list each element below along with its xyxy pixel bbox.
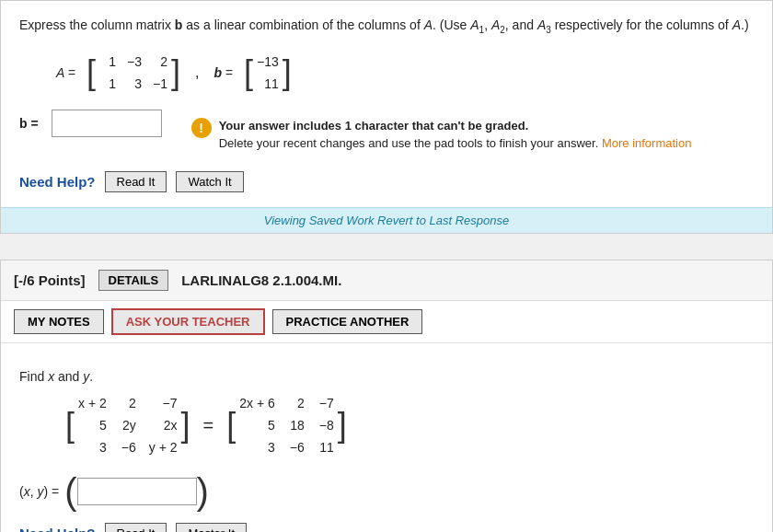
problem1-instruction: Express the column matrix b as a linear …	[19, 16, 754, 37]
matrix-b-label: b =	[213, 65, 233, 80]
more-info-link[interactable]: More information	[602, 136, 692, 150]
matrix-ab-row: A = [ 1 −3 2 1 3 −1 ] , b = [ −13	[56, 50, 754, 97]
ask-teacher-button[interactable]: ASK YOUR TEACHER	[111, 308, 265, 335]
details-button[interactable]: DETAILS	[98, 270, 169, 291]
matrix-a-grid: 1 −3 2 1 3 −1	[96, 50, 171, 97]
warning-icon: !	[191, 118, 212, 138]
right-matrix: [ 2x + 6 2 −7 5 18 −8 3 −6 11 ]	[226, 391, 347, 460]
xy-answer-row: (x, y) = ( )	[19, 473, 754, 510]
need-help-row-2: Need Help? Read It Master It	[19, 523, 754, 532]
watch-it-button[interactable]: Watch It	[176, 171, 243, 192]
problem1-section: Express the column matrix b as a linear …	[0, 0, 773, 234]
my-notes-button[interactable]: MY NOTES	[14, 309, 104, 334]
need-help-label: Need Help?	[19, 174, 96, 190]
left-matrix-grid: x + 2 2 −7 5 2y 2x 3 −6 y + 2	[75, 391, 181, 460]
section-header: [-/6 Points] DETAILS LARLINALG8 2.1.004.…	[1, 260, 772, 301]
problem1-area: Express the column matrix b as a linear …	[1, 1, 772, 207]
need-help-label-2: Need Help?	[19, 526, 96, 532]
problem-id: LARLINALG8 2.1.004.MI.	[181, 272, 341, 288]
problem2-area: Find x and y. [ x + 2 2 −7 5 2y 2x 3 −6 …	[1, 343, 772, 532]
matrix-a: [ 1 −3 2 1 3 −1 ]	[87, 50, 180, 97]
master-it-button[interactable]: Master It	[176, 523, 247, 532]
paren-wrap: ( )	[64, 473, 209, 510]
matrix-b: [ −13 11 ]	[244, 50, 292, 97]
matrix-b-grid: −13 11	[253, 50, 283, 97]
saved-work-bar: Viewing Saved Work Revert to Last Respon…	[1, 207, 772, 233]
xy-label: (x, y) =	[19, 484, 59, 499]
warning-detail-text: Delete your recent changes and use the p…	[219, 134, 692, 153]
warning-bold-text: Your answer includes 1 character that ca…	[219, 117, 692, 135]
left-matrix: [ x + 2 2 −7 5 2y 2x 3 −6 y + 2 ]	[65, 391, 190, 460]
section-divider	[0, 241, 773, 260]
warning-box: ! Your answer includes 1 character that …	[180, 110, 703, 160]
read-it-button-2[interactable]: Read It	[105, 523, 167, 532]
need-help-row: Need Help? Read It Watch It	[19, 171, 754, 192]
xy-answer-input[interactable]	[77, 478, 197, 505]
read-it-button[interactable]: Read It	[105, 171, 167, 192]
matrix-a-label: A =	[56, 65, 75, 80]
right-matrix-grid: 2x + 6 2 −7 5 18 −8 3 −6 11	[236, 391, 338, 460]
answer-row: b =	[19, 110, 162, 137]
points-label: [-/6 Points]	[14, 272, 86, 288]
problem2-section: [-/6 Points] DETAILS LARLINALG8 2.1.004.…	[0, 260, 773, 532]
action-row: MY NOTES ASK YOUR TEACHER PRACTICE ANOTH…	[1, 301, 772, 343]
b-answer-input[interactable]	[52, 110, 162, 137]
practice-another-button[interactable]: PRACTICE ANOTHER	[272, 309, 423, 334]
matrix-equation-area: [ x + 2 2 −7 5 2y 2x 3 −6 y + 2 ] = [	[65, 391, 754, 460]
find-xy-text: Find x and y.	[19, 369, 754, 384]
equals-sign: =	[203, 415, 214, 436]
b-answer-label: b =	[19, 116, 39, 131]
warning-text: Your answer includes 1 character that ca…	[219, 117, 692, 153]
